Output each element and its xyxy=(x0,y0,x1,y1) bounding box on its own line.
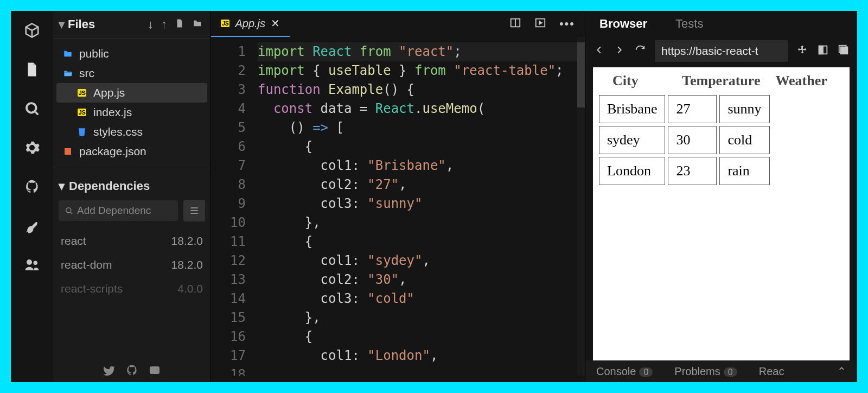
split-icon[interactable] xyxy=(509,17,521,31)
svg-point-0 xyxy=(27,103,36,113)
dependency-list: react18.2.0react-dom18.2.0react-scripts4… xyxy=(53,227,210,303)
dependency-version: 4.0.0 xyxy=(177,282,203,295)
table-cell: 30 xyxy=(668,126,717,154)
file-index-js[interactable]: JSindex.js xyxy=(56,103,207,122)
window-icon[interactable] xyxy=(817,44,829,58)
problems-tab[interactable]: Problems0 xyxy=(674,365,737,378)
tab-label: App.js xyxy=(235,17,265,30)
dependency-row[interactable]: react-scripts4.0.0 xyxy=(61,277,203,301)
dependency-search-input[interactable]: Add Dependenc xyxy=(59,200,178,221)
file-package-json[interactable]: package.json xyxy=(56,142,207,161)
js-icon: JS xyxy=(76,109,88,116)
table-cell: 27 xyxy=(668,95,717,123)
activity-bar xyxy=(11,11,53,382)
tab-browser[interactable]: Browser xyxy=(585,11,661,37)
search-icon xyxy=(64,206,74,215)
json-icon xyxy=(62,147,74,156)
gear-icon[interactable] xyxy=(22,138,42,157)
forward-icon[interactable] xyxy=(614,44,626,58)
close-icon[interactable]: ✕ xyxy=(271,17,280,30)
svg-rect-9 xyxy=(819,46,823,54)
tab-app-js[interactable]: JS App.js ✕ xyxy=(211,11,290,37)
bottom-panel: Console0 Problems0 Reac ⌃ xyxy=(585,360,857,382)
dependency-version: 18.2.0 xyxy=(171,234,203,248)
folder-icon xyxy=(62,49,74,59)
table-cell: sydey xyxy=(599,126,665,154)
popout-icon[interactable] xyxy=(838,44,850,58)
file-public[interactable]: public xyxy=(56,44,207,64)
discord-icon[interactable] xyxy=(148,364,161,379)
sidebar-title: Files xyxy=(68,17,95,31)
tab-tests[interactable]: Tests xyxy=(661,11,717,37)
search-icon[interactable] xyxy=(22,99,42,118)
dependency-row[interactable]: react18.2.0 xyxy=(61,229,203,253)
users-icon[interactable] xyxy=(22,255,42,275)
svg-point-2 xyxy=(34,261,38,265)
dependency-version: 18.2.0 xyxy=(171,258,203,271)
file-list: publicsrcJSApp.jsJSindex.jsstyles.csspac… xyxy=(53,42,210,163)
chevron-down-icon[interactable]: ▾ xyxy=(59,17,65,31)
editor-column: JS App.js ✕ ••• 123456789101112131415161… xyxy=(210,11,585,382)
table-cell: cold xyxy=(719,126,769,154)
url-input[interactable]: https://basic-react-t xyxy=(655,40,788,62)
vertical-scrollbar[interactable] xyxy=(577,37,585,382)
table-cell: London xyxy=(599,157,665,185)
browser-output: CityTemperatureWeather Brisbane27sunnysy… xyxy=(593,67,850,360)
svg-rect-5 xyxy=(150,366,159,374)
move-icon[interactable] xyxy=(796,44,808,58)
file-label: src xyxy=(79,67,94,80)
dependency-row[interactable]: react-dom18.2.0 xyxy=(61,253,203,277)
upload-icon[interactable]: ↑ xyxy=(161,17,167,31)
code-editor[interactable]: 123456789101112131415161718 import React… xyxy=(211,37,585,382)
table-row: Brisbane27sunny xyxy=(599,95,770,123)
reload-icon[interactable] xyxy=(634,44,646,58)
dependencies-title: Dependencies xyxy=(69,179,150,193)
dependency-name: react xyxy=(61,234,86,248)
file-icon[interactable] xyxy=(22,60,42,79)
more-icon[interactable]: ••• xyxy=(559,17,575,31)
js-icon: JS xyxy=(76,89,88,97)
rocket-icon[interactable] xyxy=(22,216,42,236)
file-sidebar: ▾ Files ↓ ↑ publicsrcJSApp.jsJSindex.jss… xyxy=(53,11,210,382)
file-App-js[interactable]: JSApp.js xyxy=(56,83,207,103)
chevron-up-icon[interactable]: ⌃ xyxy=(837,365,846,378)
table-header: Weather xyxy=(775,73,827,89)
table-cell: 23 xyxy=(668,157,717,185)
file-label: App.js xyxy=(93,86,125,99)
horizontal-scrollbar[interactable] xyxy=(271,377,379,382)
dependency-search-placeholder: Add Dependenc xyxy=(77,205,151,217)
table-cell: Brisbane xyxy=(599,95,665,123)
github-icon[interactable] xyxy=(125,364,138,379)
back-icon[interactable] xyxy=(593,44,605,58)
folder-open-icon xyxy=(62,68,74,78)
twitter-icon[interactable] xyxy=(103,364,116,379)
react-devtools-tab[interactable]: Reac xyxy=(759,365,784,378)
table-row: sydey30cold xyxy=(599,126,770,154)
output-table: Brisbane27sunnysydey30coldLondon23rain xyxy=(596,92,773,188)
file-styles-css[interactable]: styles.css xyxy=(56,122,207,142)
dependency-name: react-scripts xyxy=(61,282,123,295)
table-row: London23rain xyxy=(599,157,770,185)
table-header: Temperature xyxy=(682,73,760,89)
dependency-name: react-dom xyxy=(61,258,112,271)
preview-column: Browser Tests https://basic-react-t City… xyxy=(585,11,857,382)
console-tab[interactable]: Console0 xyxy=(596,365,653,378)
chevron-down-icon[interactable]: ▾ xyxy=(59,179,65,193)
table-cell: rain xyxy=(719,157,769,185)
table-header: City xyxy=(612,73,667,89)
new-folder-icon[interactable] xyxy=(192,17,203,31)
download-icon[interactable]: ↓ xyxy=(148,17,154,31)
svg-point-4 xyxy=(66,208,71,213)
file-label: package.json xyxy=(79,145,146,158)
cube-icon[interactable] xyxy=(22,21,42,40)
github-icon[interactable] xyxy=(22,177,42,196)
file-src[interactable]: src xyxy=(56,64,207,83)
preview-pane-icon[interactable] xyxy=(534,17,546,31)
new-file-icon[interactable] xyxy=(175,17,184,31)
file-label: styles.css xyxy=(93,125,143,138)
dependency-menu-button[interactable] xyxy=(183,200,205,221)
svg-point-1 xyxy=(27,259,32,265)
css-icon xyxy=(76,127,88,137)
js-icon: JS xyxy=(221,20,229,27)
file-label: index.js xyxy=(93,106,132,119)
